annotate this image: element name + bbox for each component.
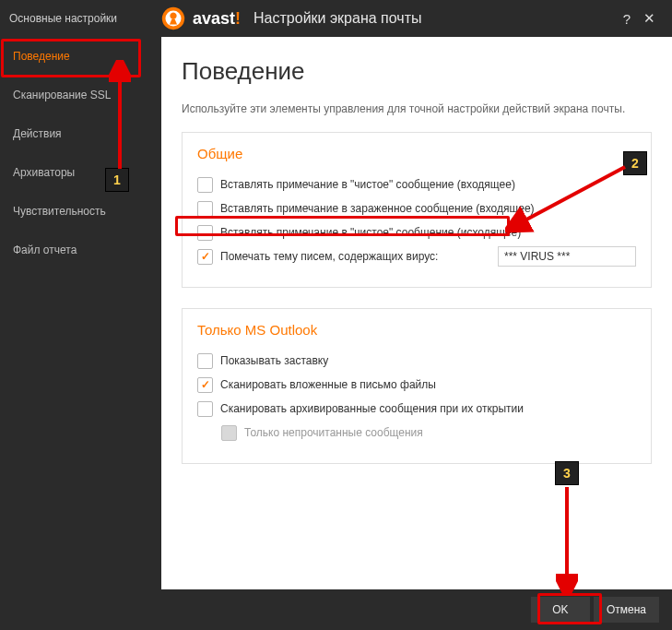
avast-logo-icon xyxy=(161,6,185,30)
sidebar-item-sensitivity[interactable]: Чувствительность xyxy=(0,192,161,231)
label-unread-only: Только непрочитанные сообщения xyxy=(244,426,423,439)
checkbox-scan-attachments[interactable] xyxy=(197,377,213,393)
close-button[interactable]: ✕ xyxy=(643,10,655,27)
label-mark-subject: Помечать тему писем, содержащих вирус: xyxy=(220,250,438,263)
checkbox-unread-only[interactable] xyxy=(221,425,237,441)
label-scan-archived: Сканировать архивированные сообщения при… xyxy=(220,402,524,415)
window-title: Настройки экрана почты xyxy=(253,10,421,27)
checkbox-scan-archived[interactable] xyxy=(197,401,213,417)
sidebar-item-report[interactable]: Файл отчета xyxy=(0,231,161,269)
row-unread-only: Только непрочитанные сообщения xyxy=(197,422,636,443)
checkbox-infected-incoming[interactable] xyxy=(197,201,213,217)
label-splash: Показывать заставку xyxy=(220,354,328,367)
ok-button[interactable]: OK xyxy=(531,597,590,623)
label-clean-incoming: Вставлять примечание в "чистое" сообщени… xyxy=(220,178,515,191)
window-body: Поведение Сканирование SSL Действия Архи… xyxy=(0,37,672,630)
row-scan-archived: Сканировать архивированные сообщения при… xyxy=(197,398,636,419)
brand-word: avast! xyxy=(193,9,241,29)
label-clean-outgoing: Вставлять примечание в "чистое" сообщени… xyxy=(220,226,521,239)
panel-general-title: Общие xyxy=(197,146,636,161)
sidebar: Поведение Сканирование SSL Действия Архи… xyxy=(0,37,161,630)
page-title: Поведение xyxy=(182,57,652,86)
checkbox-clean-incoming[interactable] xyxy=(197,177,213,193)
content-pane: Поведение Используйте эти элементы управ… xyxy=(161,37,672,630)
checkbox-splash[interactable] xyxy=(197,353,213,369)
titlebar-topleft-label: Основные настройки xyxy=(0,12,161,25)
row-clean-incoming: Вставлять примечание в "чистое" сообщени… xyxy=(197,174,636,195)
sidebar-item-ssl[interactable]: Сканирование SSL xyxy=(0,76,161,114)
page-description: Используйте эти элементы управления для … xyxy=(182,102,652,115)
brand-bang: ! xyxy=(235,9,241,28)
panel-general: Общие Вставлять примечание в "чистое" со… xyxy=(182,132,652,288)
titlebar-main: avast! Настройки экрана почты xyxy=(161,6,421,30)
cancel-button[interactable]: Отмена xyxy=(594,597,659,623)
sidebar-item-packers[interactable]: Архиваторы xyxy=(0,153,161,192)
row-splash: Показывать заставку xyxy=(197,351,636,371)
help-button[interactable]: ? xyxy=(623,11,631,27)
brand-text: avast xyxy=(193,9,235,28)
row-mark-subject: Помечать тему писем, содержащих вирус: xyxy=(197,246,636,267)
panel-outlook: Только MS Outlook Показывать заставку Ск… xyxy=(182,308,652,464)
checkbox-clean-outgoing[interactable] xyxy=(197,225,213,241)
row-infected-incoming: Вставлять примечание в зараженное сообще… xyxy=(197,198,636,219)
row-scan-attachments: Сканировать вложенные в письмо файлы xyxy=(197,374,636,395)
label-infected-incoming: Вставлять примечание в зараженное сообще… xyxy=(220,202,535,215)
panel-outlook-title: Только MS Outlook xyxy=(197,322,636,338)
sidebar-item-behavior[interactable]: Поведение xyxy=(0,37,161,76)
titlebar: Основные настройки avast! Настройки экра… xyxy=(0,0,672,37)
footer: OK Отмена xyxy=(161,589,672,630)
row-clean-outgoing: Вставлять примечание в "чистое" сообщени… xyxy=(197,222,636,243)
label-scan-attachments: Сканировать вложенные в письмо файлы xyxy=(220,378,436,391)
settings-window: Основные настройки avast! Настройки экра… xyxy=(0,0,672,630)
virus-subject-input[interactable] xyxy=(498,246,636,267)
sidebar-item-actions[interactable]: Действия xyxy=(0,114,161,153)
checkbox-mark-subject[interactable] xyxy=(197,249,213,265)
titlebar-controls: ? ✕ xyxy=(623,10,663,27)
